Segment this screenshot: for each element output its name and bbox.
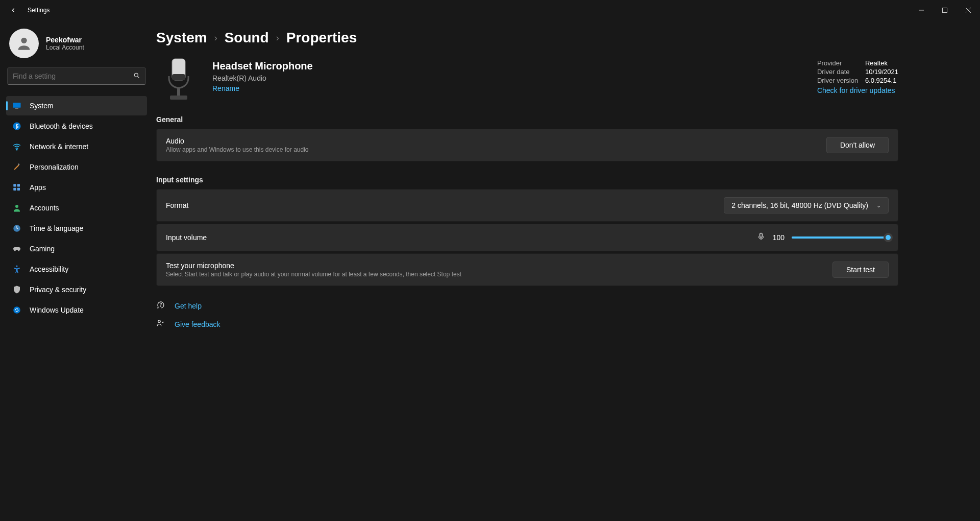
svg-rect-7	[18, 163, 20, 165]
monitor-icon	[12, 101, 21, 110]
maximize-button[interactable]	[933, 2, 957, 18]
test-microphone-title: Test your microphone	[166, 262, 461, 270]
user-name: Peekofwar	[46, 36, 84, 44]
svg-point-21	[160, 306, 161, 306]
driver-date-label: Driver date	[817, 68, 863, 76]
svg-rect-10	[13, 188, 16, 191]
svg-rect-0	[943, 8, 947, 13]
audio-description: Allow apps and Windows to use this devic…	[166, 146, 309, 153]
nav-label: Apps	[30, 183, 46, 192]
svg-point-6	[16, 149, 17, 150]
nav-item-system[interactable]: System	[6, 96, 147, 115]
nav-label: Accessibility	[30, 265, 68, 273]
window-title: Settings	[28, 7, 50, 14]
nav-item-gaming[interactable]: Gaming	[6, 239, 147, 258]
breadcrumb-properties: Properties	[286, 30, 357, 46]
back-button[interactable]	[7, 4, 19, 16]
microphone-small-icon[interactable]	[756, 232, 766, 243]
nav-label: Windows Update	[30, 306, 84, 314]
nav-item-windows-update[interactable]: Windows Update	[6, 300, 147, 320]
svg-point-14	[16, 266, 18, 267]
main-content: System › Sound › Properties Headset Micr…	[153, 20, 980, 521]
input-volume-label: Input volume	[166, 233, 207, 242]
svg-rect-8	[13, 184, 16, 186]
close-button[interactable]	[957, 2, 980, 18]
device-name: Headset Microphone	[212, 60, 313, 72]
dont-allow-button[interactable]: Don't allow	[826, 137, 889, 153]
input-volume-slider[interactable]	[792, 236, 889, 239]
search-icon	[133, 72, 140, 81]
nav-label: Accounts	[30, 204, 59, 212]
nav-label: System	[30, 102, 54, 110]
footer-links: Get help Give feedback	[156, 300, 898, 330]
search-input[interactable]	[13, 72, 133, 80]
person-icon	[12, 203, 21, 212]
nav-item-time[interactable]: Time & language	[6, 219, 147, 238]
svg-point-1	[21, 38, 27, 43]
nav-item-accessibility[interactable]: Accessibility	[6, 259, 147, 279]
nav-item-privacy[interactable]: Privacy & security	[6, 280, 147, 299]
svg-rect-17	[172, 74, 185, 80]
help-icon	[156, 300, 165, 312]
nav-item-accounts[interactable]: Accounts	[6, 198, 147, 218]
minimize-button[interactable]	[910, 2, 933, 18]
chevron-down-icon: ⌄	[876, 202, 881, 209]
feedback-icon	[156, 319, 165, 330]
format-dropdown[interactable]: 2 channels, 16 bit, 48000 Hz (DVD Qualit…	[724, 197, 889, 214]
sidebar: Peekofwar Local Account System Bluetooth…	[0, 20, 153, 521]
nav-label: Personalization	[30, 163, 79, 171]
nav-label: Privacy & security	[30, 286, 86, 294]
clock-globe-icon	[12, 224, 21, 233]
nav-item-bluetooth[interactable]: Bluetooth & devices	[6, 116, 147, 136]
nav-label: Bluetooth & devices	[30, 122, 93, 130]
svg-rect-9	[17, 184, 20, 186]
driver-version-label: Driver version	[817, 77, 863, 84]
bluetooth-icon	[12, 122, 21, 131]
format-label: Format	[166, 201, 188, 209]
chevron-right-icon: ›	[276, 33, 279, 43]
driver-provider-value: Realtek	[865, 59, 898, 67]
nav-item-apps[interactable]: Apps	[6, 178, 147, 197]
wifi-icon	[12, 142, 21, 151]
driver-date-value: 10/19/2021	[865, 68, 898, 76]
driver-provider-label: Provider	[817, 59, 863, 67]
nav-label: Network & internet	[30, 143, 88, 151]
svg-point-5	[13, 123, 21, 130]
format-selected-value: 2 channels, 16 bit, 48000 Hz (DVD Qualit…	[731, 201, 868, 209]
driver-info: Provider Realtek Driver date 10/19/2021 …	[817, 59, 898, 94]
svg-rect-4	[15, 108, 18, 109]
svg-rect-19	[170, 96, 187, 100]
rename-link[interactable]: Rename	[212, 84, 313, 92]
svg-point-15	[13, 306, 20, 314]
paintbrush-icon	[12, 162, 21, 172]
give-feedback-link[interactable]: Give feedback	[175, 320, 220, 328]
user-account-row[interactable]: Peekofwar Local Account	[6, 25, 147, 67]
nav-item-personalization[interactable]: Personalization	[6, 157, 147, 177]
slider-thumb[interactable]	[884, 233, 893, 242]
check-driver-updates-link[interactable]: Check for driver updates	[817, 86, 898, 94]
shield-icon	[12, 285, 21, 294]
svg-rect-20	[760, 233, 762, 237]
breadcrumb-sound[interactable]: Sound	[225, 30, 269, 46]
nav-label: Time & language	[30, 224, 83, 232]
svg-rect-18	[177, 88, 180, 96]
chevron-right-icon: ›	[214, 33, 217, 43]
microphone-icon	[156, 57, 201, 102]
nav-label: Gaming	[30, 245, 55, 253]
start-test-button[interactable]: Start test	[832, 262, 889, 278]
device-driver-name: Realtek(R) Audio	[212, 74, 313, 82]
driver-version-value: 6.0.9254.1	[865, 77, 898, 84]
breadcrumb-system[interactable]: System	[156, 30, 207, 46]
test-microphone-card: Test your microphone Select Start test a…	[156, 253, 898, 286]
accessibility-icon	[12, 265, 21, 274]
update-icon	[12, 305, 21, 315]
get-help-link[interactable]: Get help	[175, 302, 202, 310]
format-card: Format 2 channels, 16 bit, 48000 Hz (DVD…	[156, 189, 898, 222]
svg-rect-11	[17, 188, 20, 191]
search-box[interactable]	[7, 67, 146, 85]
svg-point-22	[158, 320, 161, 323]
breadcrumb: System › Sound › Properties	[156, 30, 898, 46]
svg-point-12	[15, 205, 18, 208]
avatar	[9, 29, 39, 58]
nav-item-network[interactable]: Network & internet	[6, 137, 147, 156]
